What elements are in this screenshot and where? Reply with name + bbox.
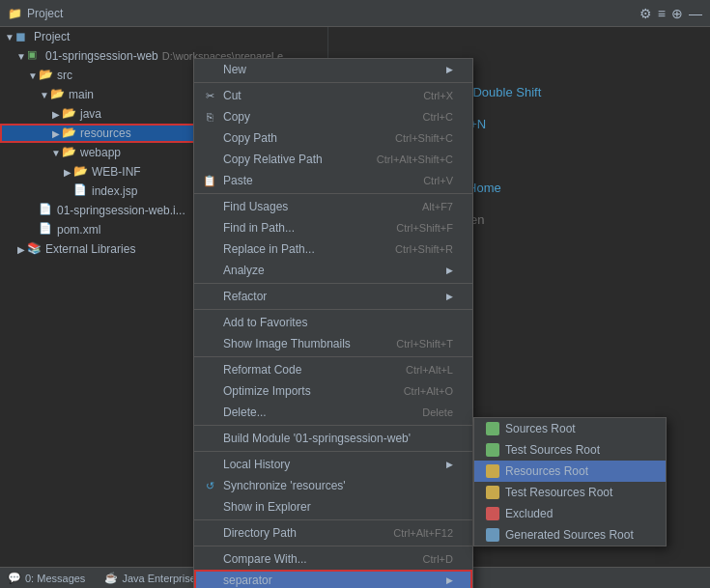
- optimize-icon: [202, 383, 217, 399]
- folder-icon: 📂: [50, 87, 66, 102]
- menu-item-copy-rel-path[interactable]: Copy Relative Path Ctrl+Alt+Shift+C: [194, 149, 472, 170]
- history-icon: [202, 457, 217, 472]
- submenu-item-generated[interactable]: Generated Sources Root: [474, 524, 666, 546]
- ide-header: 📁 Project ⚙ ≡ ⊕ —: [0, 0, 710, 27]
- find-path-icon: [202, 220, 217, 236]
- menu-item-replace-path[interactable]: Replace in Path... Ctrl+Shift+R: [194, 238, 472, 260]
- paste-icon: 📋: [202, 173, 217, 188]
- excluded-icon: [486, 507, 499, 520]
- module-icon: ▣: [27, 48, 43, 64]
- find-usages-icon: [202, 199, 217, 214]
- messages-icon: 💬: [8, 572, 21, 584]
- java-icon: ☕: [104, 572, 118, 584]
- folder-web-icon: 📂: [62, 145, 77, 160]
- menu-item-find-usages[interactable]: Find Usages Alt+F7: [194, 196, 472, 217]
- menu-separator-3: [194, 283, 472, 284]
- menu-item-cut[interactable]: ✂ Cut Ctrl+X: [194, 85, 472, 106]
- project-icon: 📁: [8, 7, 22, 20]
- arrow-webapp: ▼: [50, 148, 62, 158]
- pom-icon: 📄: [39, 222, 54, 238]
- menu-separator-2: [194, 193, 472, 194]
- menu-item-new[interactable]: New: [194, 59, 472, 80]
- delete-icon: [202, 405, 217, 420]
- arrow-resources: ▶: [50, 128, 62, 139]
- cut-icon: ✂: [202, 88, 217, 103]
- copy-rel-icon: [202, 152, 217, 167]
- thumbnails-icon: [202, 336, 217, 351]
- menu-separator-9: [194, 546, 472, 546]
- resources-root-icon: [486, 464, 499, 478]
- status-java-enterprise[interactable]: ☕ Java Enterprise: [104, 572, 195, 584]
- menu-item-copy[interactable]: ⎘ Copy Ctrl+C: [194, 106, 472, 127]
- explorer-icon: [202, 499, 217, 515]
- settings-icon[interactable]: ⚙: [639, 6, 652, 21]
- reformat-icon: [202, 362, 217, 378]
- refactor-icon: [202, 289, 217, 304]
- menu-item-dir-path[interactable]: Directory Path Ctrl+Alt+F12: [194, 522, 472, 544]
- menu-item-optimize[interactable]: Optimize Imports Ctrl+Alt+O: [194, 380, 472, 402]
- folder-icon: 📂: [39, 68, 54, 83]
- submenu-item-test-resources[interactable]: Test Resources Root: [474, 482, 666, 503]
- sync-icon: ↺: [202, 478, 217, 493]
- context-menu: New ✂ Cut Ctrl+X ⎘ Copy Ctrl+C Copy Path…: [193, 58, 473, 588]
- arrow-ext: ▶: [15, 244, 27, 255]
- menu-item-thumbnails[interactable]: Show Image Thumbnails Ctrl+Shift+T: [194, 333, 472, 354]
- arrow-module: ▼: [15, 51, 27, 62]
- copy-icon: ⎘: [202, 109, 217, 125]
- project-icon: ◼: [15, 29, 31, 44]
- folder-res-icon: 📂: [62, 126, 77, 141]
- generated-icon: [486, 528, 499, 542]
- add-icon[interactable]: ⊕: [671, 6, 683, 21]
- submenu-item-resources[interactable]: Resources Root: [474, 461, 666, 482]
- jsp-icon: 📄: [73, 183, 89, 199]
- arrow-main: ▼: [39, 90, 50, 100]
- folder-src-icon: 📂: [62, 106, 77, 122]
- menu-separator-5: [194, 356, 472, 357]
- menu-item-refactor[interactable]: Refactor: [194, 286, 472, 307]
- menu-separator-1: [194, 82, 472, 83]
- collapse-icon[interactable]: —: [689, 6, 702, 21]
- menu-item-copy-path[interactable]: Copy Path Ctrl+Shift+C: [194, 127, 472, 149]
- header-title: Project: [27, 7, 63, 20]
- compare-icon: [202, 551, 217, 567]
- dir-path-icon: [202, 525, 217, 541]
- submenu-item-excluded[interactable]: Excluded: [474, 503, 666, 524]
- submenu-mark-dir: Sources Root Test Sources Root Resources…: [473, 417, 667, 546]
- xml-icon: 📄: [39, 203, 54, 218]
- status-messages[interactable]: 💬 0: Messages: [8, 572, 85, 584]
- menu-item-find-in-path[interactable]: Find in Path... Ctrl+Shift+F: [194, 217, 472, 238]
- menu-item-build[interactable]: Build Module '01-springsession-web': [194, 428, 472, 449]
- sort-icon[interactable]: ≡: [658, 6, 666, 21]
- menu-item-reformat[interactable]: Reformat Code Ctrl+Alt+L: [194, 359, 472, 380]
- sources-root-icon: [486, 422, 499, 435]
- arrow-webinf: ▶: [62, 167, 73, 178]
- test-resources-icon: [486, 486, 499, 499]
- replace-icon: [202, 241, 217, 257]
- header-actions: ⚙ ≡ ⊕ —: [639, 6, 702, 21]
- menu-separator-7: [194, 451, 472, 452]
- menu-item-local-history[interactable]: Local History: [194, 454, 472, 475]
- mark-dir-icon: [202, 573, 217, 588]
- menu-item-mark-dir[interactable]: separator: [194, 570, 472, 588]
- menu-separator-6: [194, 425, 472, 426]
- menu-item-paste[interactable]: 📋 Paste Ctrl+V: [194, 170, 472, 191]
- menu-item-synchronize[interactable]: ↺ Synchronize 'resources': [194, 475, 472, 496]
- menu-separator-4: [194, 309, 472, 310]
- submenu-item-sources[interactable]: Sources Root: [474, 418, 666, 439]
- arrow-project: ▼: [4, 32, 15, 42]
- favorites-icon: [202, 315, 217, 330]
- tree-item-project[interactable]: ▼ ◼ Project: [0, 27, 327, 46]
- menu-separator-8: [194, 519, 472, 520]
- arrow-src: ▼: [27, 70, 39, 81]
- submenu-item-test-sources[interactable]: Test Sources Root: [474, 439, 666, 461]
- new-icon: [202, 62, 217, 77]
- arrow-java: ▶: [50, 109, 62, 120]
- analyze-icon: [202, 263, 217, 278]
- menu-item-add-favorites[interactable]: Add to Favorites: [194, 312, 472, 333]
- copy-path-icon: [202, 130, 217, 146]
- menu-item-delete[interactable]: Delete... Delete: [194, 402, 472, 423]
- folder-icon: 📂: [73, 164, 89, 180]
- menu-item-analyze[interactable]: Analyze: [194, 260, 472, 281]
- menu-item-compare[interactable]: Compare With... Ctrl+D: [194, 548, 472, 570]
- menu-item-show-explorer[interactable]: Show in Explorer: [194, 496, 472, 518]
